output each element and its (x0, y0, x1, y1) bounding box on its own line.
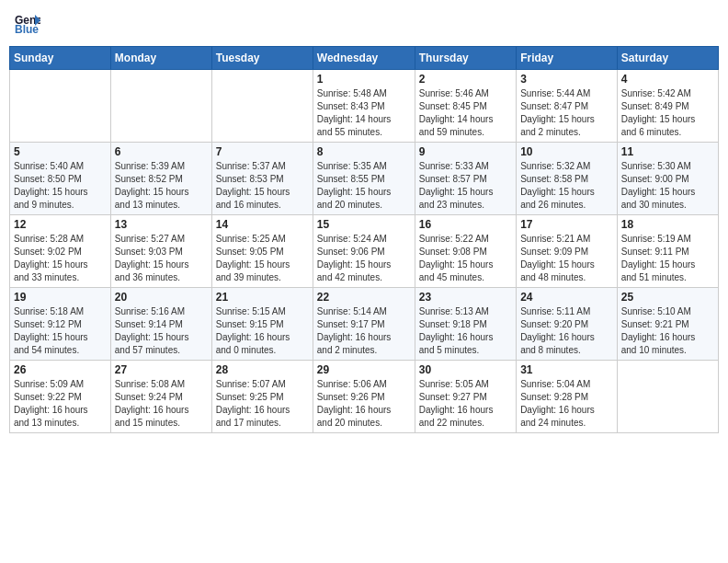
day-number: 25 (621, 291, 714, 304)
day-number: 27 (115, 363, 208, 376)
day-info: Sunrise: 5:09 AM Sunset: 9:22 PM Dayligh… (14, 378, 107, 430)
calendar-day-cell: 9Sunrise: 5:33 AM Sunset: 8:57 PM Daylig… (415, 143, 516, 215)
calendar-day-cell: 10Sunrise: 5:32 AM Sunset: 8:58 PM Dayli… (517, 143, 618, 215)
calendar-day-cell: 7Sunrise: 5:37 AM Sunset: 8:53 PM Daylig… (211, 143, 313, 215)
calendar-day-cell: 18Sunrise: 5:19 AM Sunset: 9:11 PM Dayli… (617, 215, 718, 288)
day-info: Sunrise: 5:44 AM Sunset: 8:47 PM Dayligh… (520, 87, 613, 139)
day-number: 31 (520, 363, 613, 376)
calendar-week-row: 5Sunrise: 5:40 AM Sunset: 8:50 PM Daylig… (10, 143, 719, 215)
calendar-table: SundayMondayTuesdayWednesdayThursdayFrid… (9, 46, 719, 433)
day-info: Sunrise: 5:46 AM Sunset: 8:45 PM Dayligh… (419, 87, 512, 139)
calendar-day-cell: 31Sunrise: 5:04 AM Sunset: 9:28 PM Dayli… (517, 361, 618, 433)
day-number: 3 (520, 73, 613, 86)
day-info: Sunrise: 5:10 AM Sunset: 9:21 PM Dayligh… (621, 305, 714, 357)
calendar-day-cell: 19Sunrise: 5:18 AM Sunset: 9:12 PM Dayli… (10, 288, 111, 361)
day-info: Sunrise: 5:11 AM Sunset: 9:20 PM Dayligh… (520, 305, 613, 357)
weekday-header: Wednesday (313, 47, 415, 70)
calendar-week-row: 26Sunrise: 5:09 AM Sunset: 9:22 PM Dayli… (10, 361, 719, 433)
calendar-day-cell: 12Sunrise: 5:28 AM Sunset: 9:02 PM Dayli… (10, 215, 111, 288)
day-number: 30 (419, 363, 512, 376)
calendar-day-cell: 11Sunrise: 5:30 AM Sunset: 9:00 PM Dayli… (617, 143, 718, 215)
calendar-day-cell (617, 361, 718, 433)
day-info: Sunrise: 5:13 AM Sunset: 9:18 PM Dayligh… (419, 305, 512, 357)
day-number: 26 (14, 363, 107, 376)
calendar-day-cell: 25Sunrise: 5:10 AM Sunset: 9:21 PM Dayli… (617, 288, 718, 361)
calendar-header-row: SundayMondayTuesdayWednesdayThursdayFrid… (10, 47, 719, 70)
calendar-day-cell: 27Sunrise: 5:08 AM Sunset: 9:24 PM Dayli… (110, 361, 211, 433)
calendar-day-cell: 29Sunrise: 5:06 AM Sunset: 9:26 PM Dayli… (313, 361, 415, 433)
day-number: 21 (216, 291, 309, 304)
weekday-header: Friday (517, 47, 618, 70)
day-info: Sunrise: 5:15 AM Sunset: 9:15 PM Dayligh… (216, 305, 309, 357)
day-number: 8 (317, 145, 411, 158)
day-number: 29 (317, 363, 411, 376)
day-info: Sunrise: 5:06 AM Sunset: 9:26 PM Dayligh… (317, 378, 411, 430)
weekday-header: Thursday (415, 47, 516, 70)
day-info: Sunrise: 5:14 AM Sunset: 9:17 PM Dayligh… (317, 305, 411, 357)
day-number: 12 (14, 218, 107, 231)
day-info: Sunrise: 5:22 AM Sunset: 9:08 PM Dayligh… (419, 233, 512, 284)
weekday-header: Sunday (10, 47, 111, 70)
day-number: 4 (621, 73, 714, 86)
weekday-header: Monday (110, 47, 211, 70)
day-number: 7 (216, 145, 309, 158)
calendar-day-cell: 3Sunrise: 5:44 AM Sunset: 8:47 PM Daylig… (517, 70, 618, 143)
day-info: Sunrise: 5:27 AM Sunset: 9:03 PM Dayligh… (115, 233, 208, 284)
day-number: 20 (115, 291, 208, 304)
day-number: 23 (419, 291, 512, 304)
calendar-week-row: 19Sunrise: 5:18 AM Sunset: 9:12 PM Dayli… (10, 288, 719, 361)
calendar-day-cell: 15Sunrise: 5:24 AM Sunset: 9:06 PM Dayli… (313, 215, 415, 288)
day-info: Sunrise: 5:16 AM Sunset: 9:14 PM Dayligh… (115, 305, 208, 357)
day-number: 16 (419, 218, 512, 231)
day-info: Sunrise: 5:08 AM Sunset: 9:24 PM Dayligh… (115, 378, 208, 430)
day-info: Sunrise: 5:33 AM Sunset: 8:57 PM Dayligh… (419, 160, 512, 212)
calendar-day-cell: 14Sunrise: 5:25 AM Sunset: 9:05 PM Dayli… (211, 215, 313, 288)
day-number: 1 (317, 73, 411, 86)
calendar-day-cell: 1Sunrise: 5:48 AM Sunset: 8:43 PM Daylig… (313, 70, 415, 143)
day-number: 15 (317, 218, 411, 231)
day-info: Sunrise: 5:07 AM Sunset: 9:25 PM Dayligh… (216, 378, 309, 430)
day-number: 28 (216, 363, 309, 376)
day-info: Sunrise: 5:25 AM Sunset: 9:05 PM Dayligh… (216, 233, 309, 284)
calendar-day-cell: 16Sunrise: 5:22 AM Sunset: 9:08 PM Dayli… (415, 215, 516, 288)
day-number: 14 (216, 218, 309, 231)
day-info: Sunrise: 5:42 AM Sunset: 8:49 PM Dayligh… (621, 87, 714, 139)
calendar-day-cell (10, 70, 111, 143)
calendar-day-cell: 28Sunrise: 5:07 AM Sunset: 9:25 PM Dayli… (211, 361, 313, 433)
day-info: Sunrise: 5:24 AM Sunset: 9:06 PM Dayligh… (317, 233, 411, 284)
calendar-day-cell: 2Sunrise: 5:46 AM Sunset: 8:45 PM Daylig… (415, 70, 516, 143)
day-info: Sunrise: 5:37 AM Sunset: 8:53 PM Dayligh… (216, 160, 309, 212)
calendar-day-cell: 13Sunrise: 5:27 AM Sunset: 9:03 PM Dayli… (110, 215, 211, 288)
day-info: Sunrise: 5:04 AM Sunset: 9:28 PM Dayligh… (520, 378, 613, 430)
day-number: 24 (520, 291, 613, 304)
day-info: Sunrise: 5:18 AM Sunset: 9:12 PM Dayligh… (14, 305, 107, 357)
day-info: Sunrise: 5:48 AM Sunset: 8:43 PM Dayligh… (317, 87, 411, 139)
calendar-day-cell: 30Sunrise: 5:05 AM Sunset: 9:27 PM Dayli… (415, 361, 516, 433)
day-number: 5 (14, 145, 107, 158)
day-number: 18 (621, 218, 714, 231)
weekday-header: Saturday (617, 47, 718, 70)
calendar-day-cell (211, 70, 313, 143)
day-info: Sunrise: 5:40 AM Sunset: 8:50 PM Dayligh… (14, 160, 107, 212)
logo-icon: General Blue (15, 13, 40, 35)
calendar-day-cell (110, 70, 211, 143)
day-info: Sunrise: 5:21 AM Sunset: 9:09 PM Dayligh… (520, 233, 613, 284)
page-header: General Blue (9, 9, 719, 39)
day-info: Sunrise: 5:05 AM Sunset: 9:27 PM Dayligh… (419, 378, 512, 430)
day-info: Sunrise: 5:19 AM Sunset: 9:11 PM Dayligh… (621, 233, 714, 284)
day-number: 19 (14, 291, 107, 304)
calendar-day-cell: 4Sunrise: 5:42 AM Sunset: 8:49 PM Daylig… (617, 70, 718, 143)
day-number: 22 (317, 291, 411, 304)
calendar-day-cell: 5Sunrise: 5:40 AM Sunset: 8:50 PM Daylig… (10, 143, 111, 215)
calendar-day-cell: 23Sunrise: 5:13 AM Sunset: 9:18 PM Dayli… (415, 288, 516, 361)
calendar-day-cell: 8Sunrise: 5:35 AM Sunset: 8:55 PM Daylig… (313, 143, 415, 215)
day-number: 17 (520, 218, 613, 231)
calendar-week-row: 12Sunrise: 5:28 AM Sunset: 9:02 PM Dayli… (10, 215, 719, 288)
day-info: Sunrise: 5:32 AM Sunset: 8:58 PM Dayligh… (520, 160, 613, 212)
day-number: 11 (621, 145, 714, 158)
calendar-day-cell: 20Sunrise: 5:16 AM Sunset: 9:14 PM Dayli… (110, 288, 211, 361)
day-number: 9 (419, 145, 512, 158)
calendar-day-cell: 6Sunrise: 5:39 AM Sunset: 8:52 PM Daylig… (110, 143, 211, 215)
day-info: Sunrise: 5:28 AM Sunset: 9:02 PM Dayligh… (14, 233, 107, 284)
calendar-day-cell: 22Sunrise: 5:14 AM Sunset: 9:17 PM Dayli… (313, 288, 415, 361)
